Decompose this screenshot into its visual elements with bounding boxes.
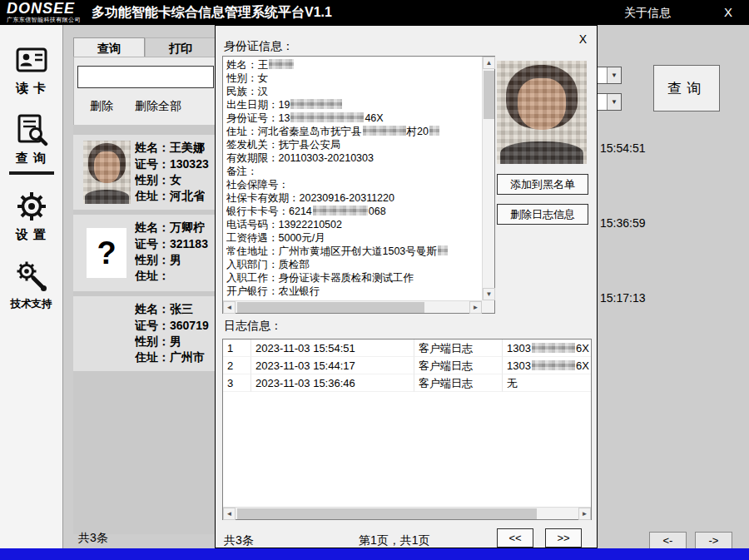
- sidebar-item-tech-support[interactable]: 技术支持: [0, 260, 62, 311]
- name-label: 姓名：: [135, 302, 170, 315]
- id-label: 证号：: [135, 237, 170, 250]
- scrollbar-corner: [482, 300, 494, 313]
- text-segment: 入职工作：身份证读卡器质检和测试工作: [226, 272, 414, 284]
- id-info-textarea[interactable]: 姓名：王 性别：女 民族：汉 出生日期：19 身份证号：1346X 住址：河北省…: [222, 56, 495, 314]
- log-horizontal-scrollbar[interactable]: ◄ ►: [223, 507, 591, 519]
- prev-page-button[interactable]: <<: [497, 528, 533, 548]
- text-segment: 有效期限：20110303-20210303: [226, 152, 374, 164]
- id-info-line: 性别：女: [226, 72, 479, 85]
- tools-icon: [15, 260, 48, 293]
- log-row[interactable]: 1 2023-11-03 15:54:51 客户端日志 13036X: [223, 339, 591, 357]
- record-row[interactable]: 姓名：王美娜 证号：130323 性别：女 住址：河北省: [73, 135, 216, 210]
- scroll-left-icon[interactable]: ◄: [223, 508, 236, 520]
- redacted-text: [363, 126, 406, 136]
- logo-subtext: 广东东信智能科技有限公司: [7, 17, 81, 23]
- text-segment: 性别：女: [226, 72, 268, 84]
- id-info-line: 入职部门：质检部: [226, 258, 479, 271]
- dropdown-arrow-icon[interactable]: ▼: [607, 67, 621, 83]
- text-segment: 民族：汉: [226, 86, 268, 97]
- redacted-text: [290, 112, 364, 122]
- scroll-right-icon[interactable]: ►: [578, 508, 591, 520]
- id-label: 证号：: [135, 319, 170, 332]
- tab-print[interactable]: 打印: [145, 37, 216, 57]
- id-info-line: 身份证号：1346X: [226, 112, 479, 125]
- portrait-photo: [83, 141, 131, 204]
- text-segment: 入职部门：质检部: [226, 259, 310, 270]
- record-read-time: 15:36:59: [600, 216, 646, 230]
- address-label: 住址：: [135, 350, 170, 364]
- scroll-up-icon[interactable]: ▲: [483, 57, 495, 69]
- scroll-right-icon[interactable]: ►: [469, 301, 482, 314]
- horizontal-scrollbar[interactable]: ◄ ►: [223, 300, 482, 313]
- tab-query[interactable]: 查询: [73, 37, 145, 57]
- vertical-scrollbar[interactable]: ▲ ▼: [482, 57, 494, 300]
- id-info-line: 开户银行：农业银行: [226, 285, 479, 298]
- log-row[interactable]: 3 2023-11-03 15:36:46 客户端日志 无: [223, 374, 591, 392]
- scroll-down-icon[interactable]: ▼: [483, 288, 495, 300]
- query-button[interactable]: 查询: [653, 65, 720, 112]
- text-segment: 46X: [365, 112, 383, 124]
- scrollbar-thumb[interactable]: [237, 508, 537, 519]
- next-record-button[interactable]: ->: [695, 532, 732, 549]
- add-to-blacklist-button[interactable]: 添加到黑名单: [497, 174, 588, 195]
- scrollbar-thumb[interactable]: [484, 71, 494, 119]
- text-segment: 社会保障号：: [226, 179, 289, 191]
- id-info-line: 住址：河北省秦皇岛市抚宁县村20: [226, 125, 479, 138]
- redacted-text: [532, 360, 575, 370]
- name-value: 张三: [170, 302, 193, 315]
- record-row[interactable]: ? 姓名：万卿柠 证号：321183 性别：男 住址：: [73, 215, 216, 291]
- log-table: 1 2023-11-03 15:54:51 客户端日志 13036X 2 202…: [222, 339, 592, 520]
- active-item-indicator: [9, 171, 54, 175]
- record-list: 姓名：王美娜 证号：130323 性别：女 住址：河北省 ? 姓名：万卿柠 证号…: [73, 125, 216, 534]
- donsee-logo: DONSEE 广东东信智能科技有限公司: [7, 1, 81, 23]
- id-info-dialog: X 身份证信息： 姓名：王 性别：女 民族：汉 出生日期：19 身份证号：134…: [215, 25, 598, 548]
- text-segment: 开户银行：农业银行: [226, 285, 320, 297]
- delete-log-button[interactable]: 删除日志信息: [497, 204, 588, 225]
- id-info-content: 姓名：王 性别：女 民族：汉 出生日期：19 身份证号：1346X 住址：河北省…: [226, 58, 479, 299]
- gender-value: 男: [170, 253, 181, 266]
- id-info-line: 社保卡有效期：20230916-20311220: [226, 191, 479, 205]
- sidebar-item-label: 读 卡: [0, 81, 62, 97]
- delete-all-button[interactable]: 删除全部: [126, 97, 191, 116]
- dialog-close-button[interactable]: X: [579, 32, 587, 46]
- name-value: 万卿柠: [170, 221, 205, 234]
- text-segment: 068: [369, 206, 386, 217]
- gender-label: 性别：: [135, 335, 170, 348]
- log-row[interactable]: 2 2023-11-03 15:44:17 客户端日志 13036X: [223, 357, 591, 374]
- mosaic-overlay: [497, 61, 587, 164]
- prev-record-button[interactable]: <-: [649, 532, 687, 549]
- text-segment: 6X: [576, 359, 589, 372]
- sidebar-item-settings[interactable]: 设 置: [0, 190, 62, 243]
- about-link[interactable]: 关于信息: [624, 0, 671, 25]
- address-label: 住址：: [135, 189, 170, 202]
- gender-value: 女: [170, 173, 181, 186]
- text-segment: 1303: [507, 359, 531, 372]
- text-segment: 无: [507, 377, 518, 389]
- redacted-text: [429, 126, 439, 136]
- record-row[interactable]: 姓名：张三 证号：360719 性别：男 住址：广州市: [73, 296, 216, 371]
- log-row-card-no: 13036X: [503, 339, 591, 357]
- record-read-time: 15:54:51: [600, 141, 646, 155]
- log-rows: 1 2023-11-03 15:54:51 客户端日志 13036X 2 202…: [223, 339, 591, 507]
- log-row-type: 客户端日志: [414, 357, 503, 374]
- sidebar-item-read-card[interactable]: 读 卡: [0, 43, 62, 97]
- scrollbar-thumb[interactable]: [237, 302, 424, 313]
- dropdown-arrow-icon[interactable]: ▼: [607, 94, 621, 110]
- text-segment: 身份证号：13: [226, 112, 290, 124]
- sidebar-item-query[interactable]: 查 询: [0, 113, 62, 175]
- window-close-button[interactable]: X: [724, 0, 732, 25]
- log-row-card-no: 无: [503, 374, 591, 392]
- redacted-text: [438, 245, 448, 255]
- text-segment: 备注：: [226, 166, 258, 177]
- app-window: DONSEE 广东东信智能科技有限公司 多功能智能卡综合信息管理系统平台V1.1…: [0, 0, 749, 560]
- id-info-line: 签发机关：抚宁县公安局: [226, 138, 479, 151]
- delete-button[interactable]: 删除: [81, 97, 122, 116]
- text-segment: 银行卡卡号：6214: [226, 206, 312, 217]
- scroll-left-icon[interactable]: ◄: [223, 301, 236, 314]
- text-segment: 1303: [507, 342, 531, 354]
- id-info-line: 备注：: [226, 165, 479, 178]
- id-info-line: 社会保障号：: [226, 178, 479, 191]
- next-page-button[interactable]: >>: [545, 528, 582, 548]
- name-value: 王美娜: [170, 141, 205, 154]
- search-input[interactable]: [77, 66, 214, 88]
